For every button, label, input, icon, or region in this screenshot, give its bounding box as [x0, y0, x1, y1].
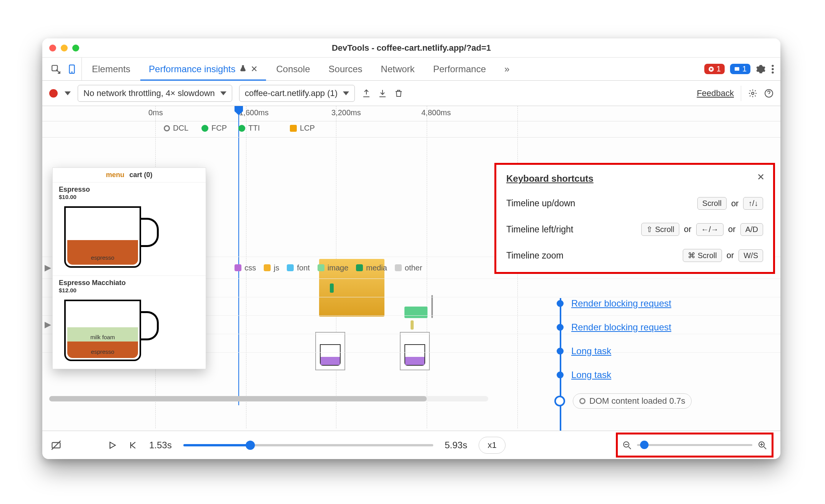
- kb-key: ⇧ Scroll: [641, 223, 679, 236]
- metric-markers: DCL FCP TTI LCP: [42, 121, 780, 138]
- issues-badge[interactable]: 1: [730, 64, 750, 74]
- devtools-window: DevTools - coffee-cart.netlify.app/?ad=1…: [42, 38, 780, 459]
- flask-icon: [239, 64, 247, 75]
- help-icon[interactable]: [764, 89, 773, 98]
- insight-link[interactable]: Long task: [571, 370, 611, 380]
- playback-slider[interactable]: [183, 444, 433, 446]
- import-icon[interactable]: [378, 89, 387, 98]
- zoom-controls: [616, 433, 773, 458]
- device-toolbar-icon[interactable]: [67, 64, 77, 74]
- record-button[interactable]: [49, 89, 58, 98]
- lcp-label: LCP: [300, 124, 315, 133]
- legend-image: image: [328, 264, 348, 272]
- minimize-icon[interactable]: [61, 45, 68, 51]
- throttle-select[interactable]: No network throttling, 4× slowdown: [78, 85, 232, 102]
- close-tab-icon[interactable]: ✕: [251, 64, 258, 74]
- svg-marker-12: [110, 442, 115, 448]
- playback-footer: 1.53s 5.93s x1: [42, 431, 780, 459]
- fcp-marker-icon: [201, 125, 208, 132]
- legend-other: other: [405, 264, 422, 272]
- zoom-out-icon[interactable]: [622, 441, 632, 450]
- tab-performance-insights[interactable]: Performance insights ✕: [140, 58, 266, 80]
- svg-point-6: [772, 68, 773, 70]
- kb-key: ←/→: [696, 223, 724, 236]
- kb-row-label: Timeline up/down: [506, 198, 697, 209]
- chevron-down-icon: [220, 91, 226, 95]
- scrollbar-thumb[interactable]: [49, 396, 427, 401]
- screenshot-preview: menu cart (0) Espresso $10.00 espresso E…: [52, 167, 206, 369]
- ruler-tick: 1,600ms: [239, 108, 269, 117]
- expand-caret-icon[interactable]: ▶: [45, 263, 51, 273]
- time-ruler[interactable]: 0ms 1,600ms 3,200ms 4,800ms: [42, 106, 780, 121]
- svg-point-8: [752, 92, 754, 94]
- ruler-tick: 4,800ms: [421, 108, 451, 117]
- insight-chip[interactable]: DOM content loaded 0.7s: [573, 393, 692, 409]
- kb-or: or: [731, 199, 739, 209]
- tti-marker-icon: [238, 125, 245, 132]
- expand-caret-icon[interactable]: ▶: [45, 320, 51, 330]
- speed-button[interactable]: x1: [479, 437, 505, 454]
- rewind-start-icon[interactable]: [128, 441, 138, 450]
- export-icon[interactable]: [362, 89, 371, 98]
- legend-media: media: [366, 264, 387, 272]
- kb-row-label: Timeline zoom: [506, 250, 683, 261]
- svg-line-20: [764, 447, 766, 449]
- tab-performance[interactable]: Performance: [425, 58, 494, 80]
- cup-fill-label: espresso: [66, 348, 140, 355]
- timeline-horizontal-scrollbar[interactable]: [49, 396, 488, 401]
- devtools-tabs: Elements Performance insights ✕ Console …: [42, 58, 780, 81]
- preview-item-name: Espresso Macchiato: [59, 279, 200, 287]
- insight-link[interactable]: Render blocking request: [571, 322, 671, 333]
- close-icon[interactable]: [49, 45, 56, 51]
- legend-font: font: [297, 264, 309, 272]
- kb-key: ⌘ Scroll: [683, 249, 722, 262]
- preview-item-price: $12.00: [59, 287, 200, 293]
- kb-key: A/D: [740, 223, 763, 236]
- kb-or: or: [727, 250, 734, 260]
- zoom-in-icon[interactable]: [758, 441, 767, 450]
- zoom-slider[interactable]: [637, 444, 752, 446]
- dcl-marker-icon: [164, 125, 170, 131]
- svg-rect-4: [735, 67, 739, 70]
- insight-link[interactable]: Long task: [571, 346, 611, 356]
- keyboard-shortcuts-panel: Keyboard shortcuts ✕ Timeline up/down Sc…: [494, 163, 775, 274]
- svg-line-16: [629, 447, 631, 449]
- preview-item-name: Espresso: [59, 186, 200, 194]
- time-end: 5.93s: [445, 440, 467, 451]
- kb-key: W/S: [739, 249, 763, 262]
- gear-icon[interactable]: [756, 64, 766, 74]
- maximize-icon[interactable]: [72, 45, 79, 51]
- dcl-label: DCL: [173, 124, 188, 133]
- tab-network[interactable]: Network: [373, 58, 423, 80]
- legend-css: css: [245, 264, 256, 272]
- insight-link[interactable]: Render blocking request: [571, 298, 671, 309]
- preview-menu: menu: [106, 171, 124, 179]
- tab-elements[interactable]: Elements: [83, 58, 139, 80]
- preview-cart: cart (0): [130, 171, 153, 179]
- disable-screenshot-icon[interactable]: [51, 440, 62, 451]
- panel-gear-icon[interactable]: [748, 89, 757, 98]
- trash-icon[interactable]: [394, 89, 403, 98]
- record-menu[interactable]: [65, 91, 71, 95]
- kb-key: ↑/↓: [743, 197, 763, 210]
- tab-console[interactable]: Console: [268, 58, 318, 80]
- cup-fill-label: espresso: [66, 254, 140, 261]
- recording-select[interactable]: coffee-cart.netlify.app (1): [239, 85, 355, 102]
- time-start: 1.53s: [149, 440, 172, 451]
- preview-item-price: $10.00: [59, 194, 200, 200]
- kb-key: Scroll: [697, 197, 727, 210]
- play-icon[interactable]: [108, 441, 117, 450]
- chevron-down-icon: [343, 91, 349, 95]
- error-badge[interactable]: 1: [704, 64, 725, 74]
- feedback-link[interactable]: Feedback: [697, 88, 734, 98]
- kebab-icon[interactable]: [771, 64, 774, 74]
- tti-label: TTI: [248, 124, 260, 133]
- legend-js: js: [274, 264, 279, 272]
- timeline-main: 0ms 1,600ms 3,200ms 4,800ms DCL FCP: [42, 106, 780, 431]
- tab-sources[interactable]: Sources: [320, 58, 371, 80]
- close-icon[interactable]: ✕: [757, 172, 765, 182]
- kb-or: or: [728, 224, 736, 234]
- tabs-overflow[interactable]: »: [496, 58, 518, 80]
- window-titlebar: DevTools - coffee-cart.netlify.app/?ad=1: [42, 38, 780, 58]
- inspect-icon[interactable]: [51, 64, 61, 74]
